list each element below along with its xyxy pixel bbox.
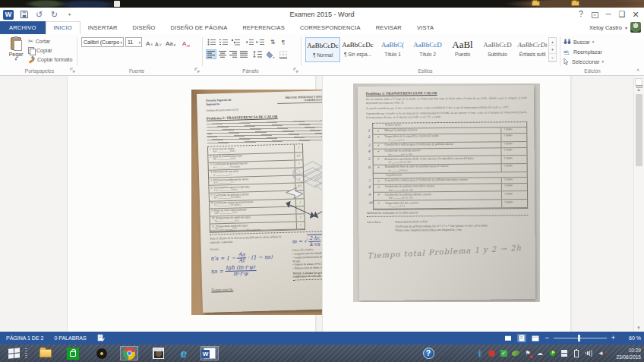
status-orb-icon[interactable] bbox=[548, 350, 556, 357]
file-explorer-button[interactable] bbox=[36, 346, 55, 360]
zoom-out-button[interactable]: − bbox=[545, 335, 548, 342]
line-spacing-button[interactable] bbox=[252, 49, 263, 59]
recording-icon[interactable] bbox=[488, 350, 495, 357]
font-dialog-launcher[interactable] bbox=[194, 68, 200, 74]
volume-muted-icon[interactable]: ◄ bbox=[597, 350, 605, 357]
read-mode-button[interactable] bbox=[504, 334, 513, 342]
windows-tray-icon[interactable] bbox=[560, 350, 568, 357]
battery-icon[interactable] bbox=[573, 350, 580, 357]
store-button[interactable] bbox=[64, 346, 82, 360]
copy-button[interactable]: Copiar bbox=[28, 46, 52, 55]
styles-scroll-down[interactable]: ▾ bbox=[549, 46, 556, 53]
style-card[interactable]: AaBbCcDc ¶ Sin espa... bbox=[340, 37, 375, 62]
clipboard-dialog-launcher[interactable] bbox=[70, 68, 76, 74]
styles-more-button[interactable]: ▿ bbox=[549, 54, 556, 61]
ribbon-tab[interactable]: INICIO bbox=[46, 21, 80, 34]
onedrive-icon[interactable]: ☁ bbox=[536, 350, 544, 357]
paste-button[interactable]: Pegar ▾ bbox=[5, 37, 27, 69]
font-size-select[interactable]: 11▾ bbox=[125, 37, 142, 47]
vertical-scrollbar[interactable]: ▲ ▼ bbox=[633, 76, 644, 332]
bluetooth-icon[interactable] bbox=[475, 350, 483, 357]
action-center-icon[interactable]: ⚑ bbox=[524, 350, 532, 357]
zoom-slider[interactable] bbox=[554, 338, 607, 338]
ribbon-tab[interactable]: VISTA bbox=[409, 21, 441, 34]
shrink-font-button[interactable]: A˅ bbox=[155, 37, 162, 47]
internet-explorer-button[interactable]: e bbox=[175, 346, 193, 360]
desktop-folder-icon[interactable] bbox=[571, 1, 579, 6]
print-layout-button[interactable] bbox=[517, 334, 526, 342]
document-page-2[interactable]: Problema 1: TRANSFERENCIA DE CALOR En un… bbox=[322, 76, 571, 332]
borders-button[interactable] bbox=[278, 49, 289, 59]
cut-button[interactable]: ✂ Cortar bbox=[28, 37, 50, 46]
ribbon-tab[interactable]: DISEÑO DE PÁGINA bbox=[163, 21, 235, 34]
clear-formatting-button[interactable]: A bbox=[182, 37, 190, 47]
ribbon-tab[interactable]: INSERTAR bbox=[80, 21, 125, 34]
proofing-icon[interactable] bbox=[97, 334, 105, 342]
select-button[interactable]: Seleccionar ▾ bbox=[564, 57, 604, 66]
antivirus-icon[interactable]: ✓ bbox=[500, 350, 507, 357]
taskbar-clock[interactable]: 10:29 23/06/2015 bbox=[616, 346, 641, 360]
word-taskbar-button[interactable] bbox=[200, 346, 219, 360]
close-icon[interactable]: ✕ bbox=[629, 8, 642, 20]
pilcrow-button[interactable]: ¶ bbox=[278, 37, 289, 47]
ruler-toggle-button[interactable] bbox=[635, 78, 642, 86]
help-icon[interactable]: ? bbox=[574, 8, 588, 20]
justify-button[interactable] bbox=[238, 49, 249, 59]
paragraph-dialog-launcher[interactable] bbox=[293, 68, 299, 74]
style-card[interactable]: AaBbCcD Título 2 bbox=[410, 37, 445, 62]
maximize-icon[interactable]: ❑ bbox=[615, 8, 629, 20]
shading-button[interactable] bbox=[265, 49, 276, 59]
scrollbar-thumb[interactable] bbox=[636, 94, 642, 166]
align-center-button[interactable] bbox=[217, 49, 228, 59]
align-right-button[interactable] bbox=[228, 49, 238, 59]
taskbar-grip[interactable] bbox=[25, 348, 27, 358]
start-button[interactable] bbox=[5, 346, 23, 360]
style-card[interactable]: AaBl Puesto bbox=[445, 37, 480, 62]
increase-indent-button[interactable] bbox=[254, 37, 265, 47]
network-icon[interactable] bbox=[585, 350, 592, 357]
document-page-1[interactable]: Escuela Superior de Ingenieros ÁREA DE M… bbox=[67, 76, 316, 332]
web-layout-button[interactable] bbox=[531, 334, 540, 342]
collapse-ribbon-button[interactable]: ˄ bbox=[636, 68, 639, 73]
avatar[interactable] bbox=[630, 22, 641, 33]
desktop-icon[interactable] bbox=[114, 1, 120, 7]
scroll-down-button[interactable]: ▼ bbox=[633, 326, 644, 330]
grow-font-button[interactable]: A˄ bbox=[146, 37, 153, 47]
format-painter-button[interactable]: Copiar formato bbox=[28, 55, 72, 64]
tray-help-button[interactable]: ? bbox=[419, 346, 437, 360]
ribbon-tab[interactable]: CORRESPONDENCIA bbox=[292, 21, 368, 34]
word-count[interactable]: 0 PALABRAS bbox=[54, 335, 86, 341]
bullets-button[interactable] bbox=[206, 37, 216, 47]
style-card[interactable]: AaBbCcDc ¶ Normal bbox=[305, 37, 340, 62]
minimize-icon[interactable]: ─ bbox=[601, 8, 615, 20]
ribbon-tab[interactable]: DISEÑO bbox=[125, 21, 163, 34]
find-button[interactable]: Buscar ▾ bbox=[564, 37, 594, 46]
zoom-in-button[interactable]: + bbox=[611, 335, 615, 342]
ribbon-tab[interactable]: REVISAR bbox=[368, 21, 409, 34]
ribbon-options-icon[interactable]: ˄ bbox=[588, 8, 601, 20]
replace-button[interactable]: ab Reemplazar bbox=[564, 47, 602, 56]
ribbon-tab[interactable]: ARCHIVO bbox=[0, 21, 46, 34]
page-indicator[interactable]: PÁGINA 1 DE 2 bbox=[6, 335, 43, 341]
change-case-button[interactable]: Aa▾ bbox=[166, 37, 175, 47]
account-menu[interactable]: Xeloy Castro ▾ bbox=[589, 22, 641, 33]
sort-button[interactable]: ⇅ bbox=[267, 37, 278, 47]
align-left-button[interactable] bbox=[206, 49, 216, 59]
zoom-level[interactable]: 60 % bbox=[620, 335, 641, 341]
document-canvas[interactable]: Escuela Superior de Ingenieros ÁREA DE M… bbox=[0, 76, 644, 332]
font-name-select[interactable]: Calibri (Cuerpo▾ bbox=[81, 37, 124, 47]
multilevel-list-button[interactable] bbox=[230, 37, 241, 47]
decrease-indent-button[interactable] bbox=[244, 37, 254, 47]
styles-scroll-up[interactable]: ▴ bbox=[549, 38, 556, 46]
zoom-slider-thumb[interactable] bbox=[578, 335, 580, 342]
ribbon-tab[interactable]: REFERENCIAS bbox=[235, 21, 292, 34]
desktop-folder-icon[interactable] bbox=[532, 1, 540, 6]
photo-app-button[interactable] bbox=[149, 346, 167, 360]
numbering-button[interactable] bbox=[218, 37, 229, 47]
scroll-up-button[interactable]: ▲ bbox=[633, 87, 644, 92]
leaf-icon[interactable] bbox=[512, 350, 519, 357]
chrome-button[interactable] bbox=[120, 346, 138, 360]
media-player-button[interactable] bbox=[93, 346, 111, 360]
style-card[interactable]: AaBbCcDt Énfasis sutil bbox=[515, 37, 550, 62]
style-card[interactable]: AaBbCcD Subtítulo bbox=[480, 37, 515, 62]
